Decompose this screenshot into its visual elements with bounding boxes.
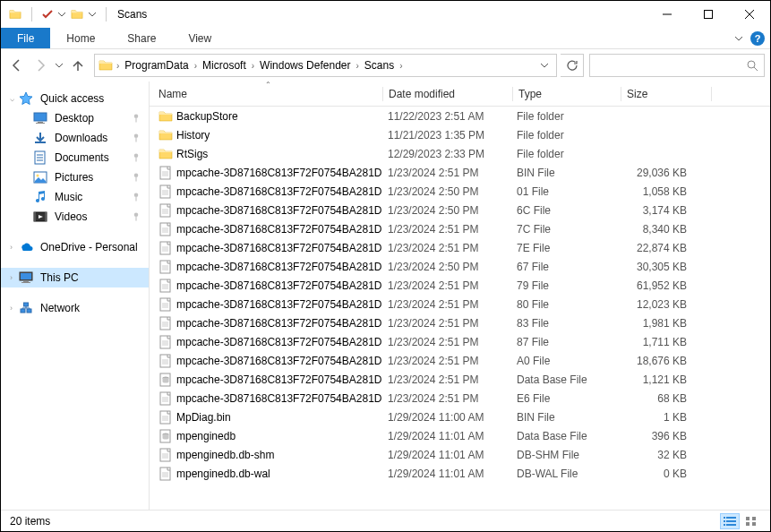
- file-type: A0 File: [511, 355, 619, 367]
- file-size: 3,174 KB: [619, 204, 708, 217]
- file-size: 1 KB: [619, 411, 708, 424]
- refresh-button[interactable]: [561, 54, 584, 77]
- file-row[interactable]: mpenginedb.db-shm 1/29/2024 11:01 AM DB-…: [150, 445, 770, 464]
- dropdown-icon[interactable]: [57, 10, 66, 19]
- column-type[interactable]: Type: [513, 82, 621, 106]
- forward-button[interactable]: [30, 55, 51, 76]
- sidebar-item-music[interactable]: Music: [1, 187, 149, 207]
- file-row[interactable]: mpcache-3D87168C813F72F0754BA281D... 1/2…: [150, 219, 770, 238]
- folder-icon[interactable]: [70, 8, 84, 21]
- expand-icon[interactable]: ›: [10, 273, 17, 282]
- search-input[interactable]: [589, 54, 765, 77]
- maximize-button[interactable]: [688, 1, 729, 28]
- pin-icon: [131, 192, 141, 202]
- sidebar-quick-access[interactable]: ⌵ Quick access: [1, 89, 149, 108]
- breadcrumb-segment[interactable]: Windows Defender: [256, 55, 354, 76]
- sidebar-this-pc[interactable]: › This PC: [1, 268, 149, 287]
- file-row[interactable]: mpcache-3D87168C813F72F0754BA281D... 1/2…: [150, 295, 770, 313]
- breadcrumb-segment[interactable]: ProgramData: [121, 55, 192, 76]
- chevron-right-icon[interactable]: ›: [250, 61, 256, 71]
- file-row[interactable]: mpcache-3D87168C813F72F0754BA281D... 1/2…: [150, 370, 770, 389]
- file-date: 1/23/2024 2:51 PM: [382, 355, 511, 367]
- file-date: 1/23/2024 2:50 PM: [382, 185, 511, 198]
- tab-home[interactable]: Home: [50, 28, 111, 48]
- dropdown-icon[interactable]: [88, 10, 97, 19]
- view-large-icons-button[interactable]: [741, 513, 761, 529]
- file-type: 79 File: [511, 279, 619, 292]
- file-type: DB-SHM File: [511, 449, 619, 461]
- chevron-right-icon[interactable]: ›: [354, 61, 360, 71]
- file-row[interactable]: mpenginedb 1/29/2024 11:01 AM Data Base …: [150, 426, 770, 445]
- file-name: mpcache-3D87168C813F72F0754BA281D...: [176, 317, 382, 330]
- chevron-right-icon[interactable]: ›: [115, 61, 121, 71]
- file-date: 1/23/2024 2:50 PM: [382, 204, 511, 217]
- column-size[interactable]: Size: [621, 82, 711, 106]
- tab-share[interactable]: Share: [111, 28, 172, 48]
- file-row[interactable]: RtSigs 12/29/2023 2:33 PM File folder: [150, 144, 770, 163]
- file-row[interactable]: mpcache-3D87168C813F72F0754BA281D... 1/2…: [150, 332, 770, 351]
- file-date: 1/23/2024 2:50 PM: [382, 261, 511, 273]
- breadcrumb[interactable]: › ProgramData › Microsoft › Windows Defe…: [94, 54, 557, 77]
- help-button[interactable]: ?: [750, 31, 765, 46]
- expand-icon[interactable]: ⌵: [10, 94, 17, 103]
- file-row[interactable]: mpcache-3D87168C813F72F0754BA281D... 1/2…: [150, 201, 770, 219]
- sidebar-onedrive[interactable]: › OneDrive - Personal: [1, 237, 149, 257]
- svg-rect-39: [746, 522, 750, 526]
- sidebar-item-downloads[interactable]: Downloads: [1, 128, 149, 148]
- file-row[interactable]: mpenginedb.db-wal 1/29/2024 11:01 AM DB-…: [150, 464, 770, 483]
- file-icon: [158, 410, 173, 425]
- file-size: 68 KB: [619, 392, 708, 405]
- chevron-right-icon[interactable]: ›: [398, 61, 404, 71]
- expand-ribbon-icon[interactable]: [734, 34, 743, 43]
- column-date[interactable]: Date modified: [383, 82, 512, 106]
- sidebar-item-label: Music: [55, 191, 131, 203]
- file-size: 396 KB: [619, 430, 708, 442]
- minimize-button[interactable]: [647, 1, 688, 28]
- back-button[interactable]: [6, 55, 28, 76]
- svg-rect-40: [752, 522, 756, 526]
- recent-locations-button[interactable]: [53, 55, 65, 76]
- check-icon[interactable]: [41, 8, 54, 21]
- file-row[interactable]: History 11/21/2023 1:35 PM File folder: [150, 125, 770, 144]
- file-name: mpcache-3D87168C813F72F0754BA281D...: [176, 355, 382, 367]
- breadcrumb-segment[interactable]: Microsoft: [199, 55, 250, 76]
- sidebar-item-label: Downloads: [55, 132, 131, 144]
- file-name: History: [176, 129, 210, 142]
- file-row[interactable]: MpDiag.bin 1/29/2024 11:00 AM BIN File 1…: [150, 408, 770, 426]
- file-row[interactable]: mpcache-3D87168C813F72F0754BA281D... 1/2…: [150, 238, 770, 257]
- file-row[interactable]: mpcache-3D87168C813F72F0754BA281D... 1/2…: [150, 182, 770, 201]
- status-item-count: 20 items: [10, 515, 720, 528]
- sidebar-item-pictures[interactable]: Pictures: [1, 167, 149, 187]
- sidebar-item-desktop[interactable]: Desktop: [1, 108, 149, 128]
- file-type: File folder: [511, 110, 619, 123]
- file-row[interactable]: mpcache-3D87168C813F72F0754BA281D... 1/2…: [150, 313, 770, 332]
- file-type: BIN File: [511, 411, 619, 424]
- tab-view[interactable]: View: [172, 28, 227, 48]
- file-menu[interactable]: File: [1, 28, 50, 48]
- content-pane: Name⌃ Date modified Type Size BackupStor…: [150, 82, 770, 510]
- close-button[interactable]: [729, 1, 770, 28]
- up-button[interactable]: [67, 55, 89, 76]
- file-size: 22,874 KB: [619, 242, 708, 254]
- expand-icon[interactable]: ›: [10, 304, 17, 313]
- sidebar-item-documents[interactable]: Documents: [1, 148, 149, 167]
- file-row[interactable]: mpcache-3D87168C813F72F0754BA281D... 1/2…: [150, 257, 770, 276]
- breadcrumb-segment[interactable]: Scans: [361, 55, 398, 76]
- file-name: mpcache-3D87168C813F72F0754BA281D...: [176, 298, 382, 311]
- column-name[interactable]: Name⌃: [153, 82, 382, 106]
- file-date: 1/23/2024 2:51 PM: [382, 317, 511, 330]
- chevron-right-icon[interactable]: ›: [193, 61, 199, 71]
- file-row[interactable]: mpcache-3D87168C813F72F0754BA281D... 1/2…: [150, 276, 770, 295]
- breadcrumb-dropdown[interactable]: [535, 61, 554, 70]
- view-details-button[interactable]: [720, 513, 740, 529]
- file-row[interactable]: mpcache-3D87168C813F72F0754BA281D... 1/2…: [150, 351, 770, 370]
- sidebar-network[interactable]: › Network: [1, 298, 149, 318]
- file-row[interactable]: mpcache-3D87168C813F72F0754BA281D... 1/2…: [150, 163, 770, 182]
- sidebar-item-videos[interactable]: Videos: [1, 207, 149, 227]
- file-size: 1,981 KB: [619, 317, 708, 330]
- file-row[interactable]: mpcache-3D87168C813F72F0754BA281D... 1/2…: [150, 389, 770, 408]
- expand-icon[interactable]: ›: [10, 243, 17, 252]
- file-row[interactable]: BackupStore 11/22/2023 2:51 AM File fold…: [150, 107, 770, 125]
- file-list[interactable]: BackupStore 11/22/2023 2:51 AM File fold…: [150, 107, 770, 510]
- file-icon: [158, 260, 173, 274]
